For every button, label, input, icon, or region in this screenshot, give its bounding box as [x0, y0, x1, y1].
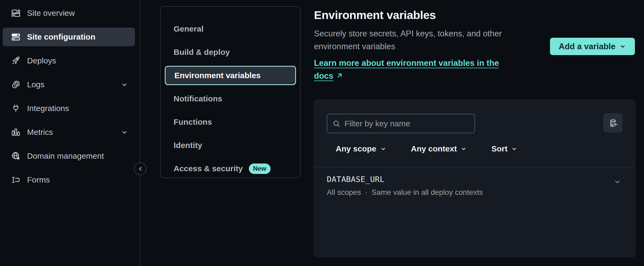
sidebar: Site overview Site configuration Deploys	[0, 0, 140, 266]
env-variable-row[interactable]: DATABASE_URL All scopes · Same value in …	[327, 175, 622, 197]
meta-separator: ·	[365, 188, 368, 197]
row-expand-chevron-icon[interactable]	[613, 178, 621, 186]
sidebar-item-label: Domain management	[27, 151, 104, 161]
chevron-down-icon	[460, 146, 467, 152]
context-filter-label: Any context	[411, 144, 457, 153]
settings-nav-label: Build & deploy	[174, 48, 230, 57]
add-variable-button[interactable]: Add a variable	[550, 38, 635, 55]
add-variable-label: Add a variable	[559, 42, 616, 51]
settings-nav-item-general[interactable]: General	[165, 19, 296, 39]
import-env-button[interactable]	[603, 113, 623, 132]
sidebar-collapse-button[interactable]	[134, 162, 147, 175]
chevron-down-icon	[619, 43, 626, 50]
settings-nav-item-functions[interactable]: Functions	[165, 112, 296, 132]
sidebar-item-site-overview[interactable]: Site overview	[3, 4, 135, 22]
rocket-icon	[11, 56, 21, 66]
sidebar-item-label: Logs	[27, 80, 44, 89]
docs-link[interactable]: Learn more about environment variables i…	[314, 57, 520, 82]
settings-nav-item-identity[interactable]: Identity	[165, 136, 296, 155]
settings-nav: General Build & deploy Environment varia…	[160, 6, 301, 178]
sidebar-item-label: Deploys	[27, 56, 56, 65]
filter-key-input[interactable]	[345, 119, 470, 128]
sidebar-item-metrics[interactable]: Metrics	[3, 123, 135, 142]
settings-nav-item-build-deploy[interactable]: Build & deploy	[165, 43, 296, 62]
filter-bar: Any scope Any context Sort	[336, 141, 517, 157]
dashboard-grid-icon	[11, 8, 21, 18]
sidebar-divider	[140, 0, 140, 266]
panel-divider	[313, 167, 636, 168]
import-clipboard-icon	[607, 117, 619, 128]
sidebar-item-forms[interactable]: Forms	[3, 170, 135, 189]
chevron-down-icon	[121, 81, 128, 88]
page-subtitle: Securely store secrets, API keys, tokens…	[314, 27, 528, 53]
env-variable-key: DATABASE_URL	[327, 175, 622, 184]
chevron-down-icon	[511, 146, 517, 152]
sort-dropdown[interactable]: Sort	[491, 144, 517, 153]
env-variable-meta: All scopes · Same value in all deploy co…	[327, 188, 622, 197]
sidebar-item-integrations[interactable]: Integrations	[3, 99, 135, 118]
settings-nav-item-notifications[interactable]: Notifications	[165, 89, 296, 108]
settings-nav-label: Identity	[174, 141, 202, 150]
env-variables-panel: Any scope Any context Sort DATABASE_URL …	[313, 99, 636, 257]
globe-icon	[11, 151, 21, 161]
settings-nav-item-access-security[interactable]: Access & security New	[165, 159, 296, 178]
settings-nav-label: General	[174, 24, 204, 33]
sidebar-item-label: Integrations	[27, 104, 69, 113]
settings-nav-label: Environment variables	[174, 71, 261, 80]
sort-label: Sort	[491, 144, 507, 153]
settings-nav-label: Functions	[174, 117, 212, 127]
settings-nav-label: Notifications	[174, 94, 222, 103]
sidebar-item-label: Site overview	[27, 9, 75, 18]
sidebar-item-deploys[interactable]: Deploys	[3, 51, 135, 70]
search-box	[327, 114, 475, 133]
context-filter-dropdown[interactable]: Any context	[411, 144, 467, 153]
scope-filter-dropdown[interactable]: Any scope	[336, 144, 386, 153]
sidebar-item-label: Metrics	[27, 128, 53, 137]
page-title: Environment variables	[314, 9, 436, 22]
sidebar-item-logs[interactable]: Logs	[3, 75, 135, 94]
chevron-down-icon	[380, 146, 386, 152]
chevron-left-icon	[137, 166, 143, 172]
scope-filter-label: Any scope	[336, 144, 376, 153]
settings-nav-label: Access & security	[174, 164, 243, 173]
search-icon	[332, 119, 341, 128]
env-variable-context: Same value in all deploy contexts	[372, 188, 483, 197]
form-field-icon	[11, 175, 21, 185]
new-badge: New	[249, 164, 271, 174]
env-variable-scope: All scopes	[327, 188, 361, 197]
chevron-down-icon	[121, 129, 128, 136]
sidebar-item-domain-management[interactable]: Domain management	[3, 147, 135, 165]
sidebar-item-site-configuration[interactable]: Site configuration	[3, 28, 135, 46]
bar-chart-icon	[11, 127, 21, 137]
sidebar-item-label: Forms	[27, 175, 50, 184]
server-stack-icon	[11, 32, 21, 42]
settings-nav-item-environment-variables[interactable]: Environment variables	[165, 66, 296, 85]
plug-icon	[11, 104, 21, 113]
sidebar-item-label: Site configuration	[27, 32, 95, 41]
external-link-arrow-icon	[336, 72, 343, 79]
logs-clock-icon	[11, 80, 21, 89]
